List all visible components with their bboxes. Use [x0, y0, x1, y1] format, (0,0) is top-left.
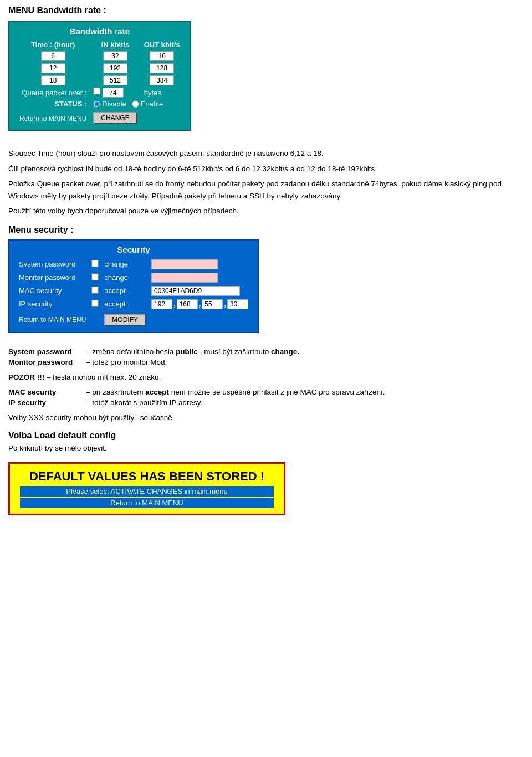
- in-input-2[interactable]: [103, 75, 127, 85]
- bandwidth-return-link[interactable]: Return to MAIN MENU: [19, 115, 86, 122]
- sys-password-row: System password change: [16, 258, 251, 271]
- status-label: STATUS :: [54, 100, 86, 108]
- ip-oct4-input[interactable]: [227, 299, 248, 309]
- info-sys-desc: – změna defaultního hesla public , musí …: [86, 346, 304, 357]
- mac-accept-label: accept: [101, 284, 149, 298]
- info-monitor-desc: – totéž pro monitor Mód.: [86, 357, 304, 367]
- info-monitor-label: Monitor password: [8, 357, 86, 367]
- sys-password-input[interactable]: [151, 259, 218, 269]
- out-input-0[interactable]: [150, 51, 174, 61]
- security-box-title: Security: [16, 245, 251, 254]
- monitor-change-label: change: [101, 271, 149, 284]
- info-ip-label: IP security: [8, 397, 86, 408]
- bandwidth-menu-row: Return to MAIN MENU CHANGE: [16, 109, 183, 125]
- status-row: STATUS : Disable Enable: [16, 99, 183, 109]
- queue-label: Queue packet over :: [22, 89, 86, 97]
- page-title: MENU Bandwidth rate :: [8, 6, 524, 16]
- info-sys-row: System password – změna defaultního hesl…: [8, 346, 304, 357]
- desc-text-1: Sloupec Time (hour) slouží pro nastaveni…: [8, 147, 524, 160]
- ip-security-checkbox[interactable]: [91, 300, 99, 307]
- description-block-1: Sloupec Time (hour) slouží pro nastaveni…: [8, 147, 524, 217]
- queue-row: Queue packet over : bytes: [16, 86, 183, 99]
- disable-radio[interactable]: [93, 100, 100, 108]
- info-sys-label: System password: [8, 346, 86, 357]
- ip-security-row: IP security accept , , ,: [16, 298, 251, 311]
- banner-return-link[interactable]: Return to MAIN MENU: [20, 498, 274, 508]
- mac-ip-info-table: MAC security – při zaškrtnutém accept ne…: [8, 387, 390, 408]
- sys-change-label: change: [101, 258, 149, 271]
- hour-input-0[interactable]: [41, 51, 65, 61]
- info-mac-label: MAC security: [8, 387, 86, 397]
- out-input-2[interactable]: [150, 75, 174, 85]
- info-mac-row: MAC security – při zaškrtnutém accept ne…: [8, 387, 390, 397]
- bandwidth-box-title: Bandwidth rate: [16, 27, 183, 36]
- ip-inputs: , , ,: [151, 299, 248, 309]
- monitor-password-input[interactable]: [151, 273, 218, 283]
- monitor-password-checkbox[interactable]: [91, 273, 99, 280]
- banner-title: DEFAULT VALUES HAS BEEN STORED !: [20, 469, 274, 484]
- info-ip-row: IP security – totéž akorát s použitím IP…: [8, 397, 390, 408]
- enable-radio[interactable]: [132, 100, 139, 108]
- col-hour: Time : (hour): [16, 39, 90, 50]
- queue-input[interactable]: [103, 88, 124, 98]
- load-default-heading: Volba Load default config: [8, 431, 524, 441]
- enable-radio-item: Enable: [132, 100, 163, 108]
- sys-password-checkbox[interactable]: [91, 260, 99, 267]
- monitor-password-row: Monitor password change: [16, 271, 251, 284]
- hour-input-1[interactable]: [41, 63, 65, 73]
- security-table: System password change Monitor password …: [16, 258, 251, 328]
- change-button[interactable]: CHANGE: [93, 112, 137, 124]
- table-row: [16, 74, 183, 86]
- load-default-subtext: Po kliknutí by se mělo objevit:: [8, 444, 524, 452]
- mac-security-checkbox[interactable]: [91, 287, 99, 294]
- ip-oct1-input[interactable]: [151, 299, 172, 309]
- ip-accept-label: accept: [101, 298, 149, 311]
- in-input-1[interactable]: [103, 63, 127, 73]
- table-row: [16, 62, 183, 74]
- mac-security-label: MAC security: [16, 284, 89, 298]
- modify-button[interactable]: MODIFY: [104, 314, 146, 326]
- info-monitor-row: Monitor password – totéž pro monitor Mód…: [8, 357, 304, 367]
- queue-unit: bytes: [144, 89, 161, 97]
- security-return-link[interactable]: Return to MAIN MENU: [19, 316, 86, 324]
- enable-label: Enable: [141, 100, 163, 108]
- mac-security-input[interactable]: [151, 286, 240, 296]
- desc-text-2: Čili přenosová rychlost IN bude od 18-té…: [8, 163, 524, 175]
- out-input-1[interactable]: [150, 63, 174, 73]
- info-ip-desc: – totéž akorát s použitím IP adresy.: [86, 397, 390, 408]
- table-row: [16, 50, 183, 62]
- bandwidth-box: Bandwidth rate Time : (hour) IN kbit/s O…: [8, 21, 191, 131]
- col-out: OUT kbit/s: [141, 39, 183, 50]
- col-in: IN kbit/s: [90, 39, 140, 50]
- security-menu-row: Return to MAIN MENU MODIFY: [16, 311, 251, 328]
- security-section-title: Menu security :: [8, 225, 524, 235]
- mac-security-row: MAC security accept: [16, 284, 251, 298]
- monitor-password-label: Monitor password: [16, 271, 89, 284]
- xxx-note: Volby XXX security mohou být použity i s…: [8, 413, 524, 422]
- disable-radio-item: Disable: [93, 100, 126, 108]
- in-input-0[interactable]: [103, 51, 127, 61]
- queue-checkbox[interactable]: [93, 88, 100, 95]
- desc-text-3: Položka Queue packet over, při zatrhnuti…: [8, 178, 524, 202]
- info-table: System password – změna defaultního hesl…: [8, 346, 304, 367]
- ip-oct2-input[interactable]: [177, 299, 198, 309]
- ip-security-label: IP security: [16, 298, 89, 311]
- ip-oct3-input[interactable]: [202, 299, 223, 309]
- info-mac-desc: – při zaškrtnutém accept není možné se ú…: [86, 387, 390, 397]
- security-box: Security System password change Monitor …: [8, 239, 259, 333]
- disable-label: Disable: [102, 100, 126, 108]
- bandwidth-table: Time : (hour) IN kbit/s OUT kbit/s: [16, 39, 183, 125]
- hour-input-2[interactable]: [41, 75, 65, 85]
- sys-password-label: System password: [16, 258, 89, 271]
- desc-text-4: Použití této volby bych doporučoval pouz…: [8, 205, 524, 217]
- default-banner: DEFAULT VALUES HAS BEEN STORED ! Please …: [8, 462, 285, 515]
- banner-sub: Please select ACTIVATE CHANGES in main m…: [20, 486, 274, 497]
- pozor-note: POZOR !!! – hesla mohou mít max. 20 znak…: [8, 373, 524, 381]
